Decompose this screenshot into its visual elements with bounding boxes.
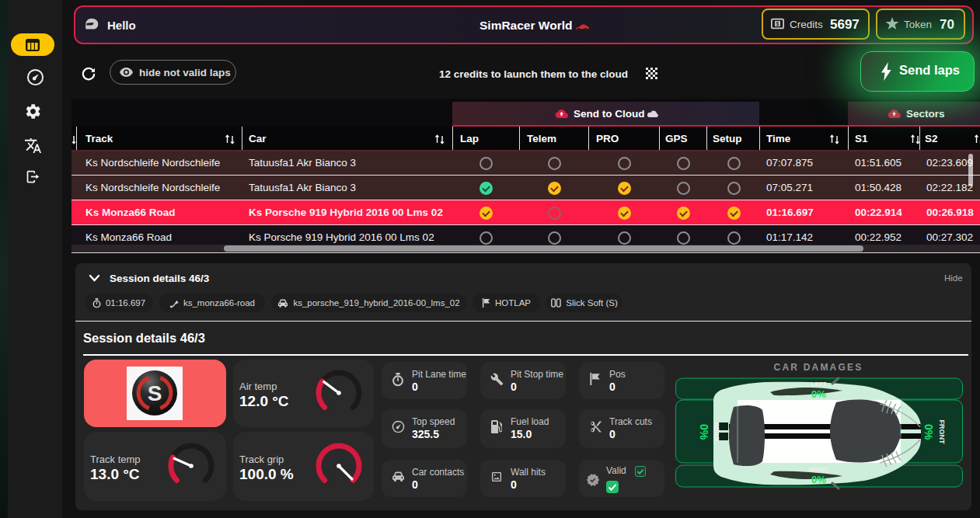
svg-text:LEFT: LEFT [811,381,827,388]
svg-text:0%: 0% [811,388,826,400]
svg-text:FRONT: FRONT [938,420,946,444]
svg-text:0%: 0% [922,424,935,440]
svg-text:REAR: REAR [713,422,720,441]
svg-text:CAR DAMAGES: CAR DAMAGES [774,362,863,373]
svg-text:0%: 0% [811,474,826,485]
svg-text:S: S [148,381,162,405]
svg-text:RIGHT: RIGHT [809,466,828,473]
svg-text:0%: 0% [698,424,710,440]
svg-text:$: $ [776,21,779,27]
